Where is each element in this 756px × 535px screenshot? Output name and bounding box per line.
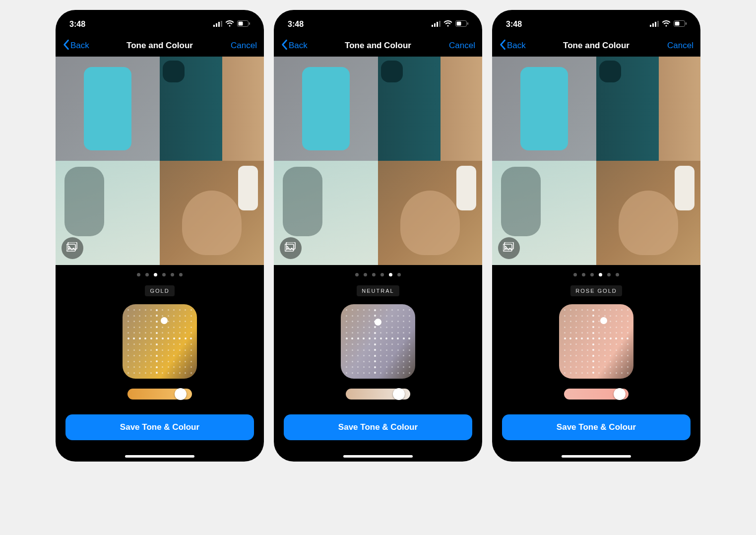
svg-rect-23 [657, 21, 659, 27]
back-label: Back [289, 41, 308, 51]
svg-rect-25 [675, 22, 680, 26]
photos-icon [285, 242, 297, 254]
save-button[interactable]: Save Tone & Colour [65, 414, 254, 440]
photos-icon [66, 242, 78, 254]
page-dot [355, 273, 359, 276]
svg-rect-15 [457, 22, 461, 26]
status-icons [432, 20, 468, 29]
cancel-button[interactable]: Cancel [449, 41, 475, 51]
tone-grid-cursor[interactable] [375, 319, 381, 326]
chevron-left-icon [499, 39, 507, 53]
page-title: Tone and Colour [126, 41, 193, 51]
svg-rect-13 [439, 21, 441, 27]
photo-picker-button[interactable] [498, 237, 520, 259]
wifi-icon [443, 20, 452, 29]
back-label: Back [70, 41, 89, 51]
preview-photo [378, 161, 482, 265]
intensity-slider[interactable] [564, 389, 629, 400]
svg-rect-0 [213, 25, 215, 27]
cancel-button[interactable]: Cancel [667, 41, 693, 51]
svg-rect-26 [686, 22, 687, 25]
svg-rect-22 [655, 22, 656, 27]
svg-rect-20 [650, 25, 651, 27]
svg-point-29 [505, 246, 506, 248]
page-dot [380, 273, 384, 276]
wifi-icon [225, 20, 234, 29]
battery-icon [455, 20, 468, 29]
page-dot [179, 273, 183, 276]
back-label: Back [507, 41, 526, 51]
preview-photo [160, 161, 264, 265]
status-time: 3:48 [506, 20, 522, 29]
photo-picker-button[interactable] [280, 237, 302, 259]
page-title: Tone and Colour [563, 41, 630, 51]
tone-grid-control[interactable] [123, 304, 197, 379]
page-dots [573, 271, 619, 285]
preview-photo [378, 57, 482, 161]
phone-screen: 3:48 Back Tone and Colour Cancel [492, 10, 700, 462]
back-button[interactable]: Back [499, 39, 526, 53]
back-button[interactable]: Back [63, 39, 89, 53]
status-time: 3:48 [69, 20, 85, 29]
page-dot [397, 273, 401, 276]
status-bar: 3:48 [56, 10, 264, 35]
preview-photo [596, 57, 700, 161]
page-dot [582, 273, 585, 276]
phone-screen: 3:48 Back Tone and Colour Cancel [274, 10, 482, 462]
back-button[interactable]: Back [281, 39, 308, 53]
preview-photo [274, 57, 378, 161]
tone-controls: ROSE GOLD Save Tone & Colour [492, 265, 700, 462]
intensity-slider[interactable] [346, 389, 410, 400]
page-dot [573, 273, 577, 276]
svg-point-9 [68, 246, 70, 248]
tone-grid-cursor[interactable] [600, 317, 607, 324]
tone-grid-control[interactable] [559, 304, 633, 379]
page-dot [154, 273, 157, 276]
preview-photo [56, 57, 160, 161]
photo-picker-button[interactable] [62, 237, 83, 259]
slider-thumb[interactable] [175, 388, 187, 400]
intensity-slider[interactable] [127, 389, 192, 400]
slider-thumb[interactable] [614, 388, 626, 400]
home-indicator[interactable] [562, 455, 631, 458]
svg-point-19 [287, 246, 288, 248]
page-dot [616, 273, 619, 276]
svg-rect-21 [652, 23, 654, 27]
page-dot [171, 273, 174, 276]
svg-rect-11 [434, 23, 436, 27]
tone-controls: GOLD Save Tone & Colour [56, 265, 264, 462]
page-dot [364, 273, 367, 276]
photo-preview-grid [56, 57, 264, 265]
save-label: Save Tone & Colour [120, 422, 199, 432]
tone-controls: NEUTRAL Save Tone & Colour [274, 265, 482, 462]
signal-icon [213, 20, 222, 29]
home-indicator[interactable] [343, 455, 413, 458]
tone-name-label: GOLD [145, 285, 174, 296]
save-button[interactable]: Save Tone & Colour [502, 414, 691, 440]
page-dots [355, 271, 401, 285]
home-indicator[interactable] [125, 455, 194, 458]
page-dot [599, 273, 602, 276]
tone-grid-control[interactable] [341, 304, 415, 379]
status-bar: 3:48 [274, 10, 482, 35]
nav-bar: Back Tone and Colour Cancel [492, 35, 700, 57]
preview-photo [160, 57, 264, 161]
page-dot [145, 273, 149, 276]
page-dot [372, 273, 376, 276]
page-dot [607, 273, 611, 276]
slider-thumb[interactable] [393, 388, 405, 400]
photo-preview-grid [274, 57, 482, 265]
cancel-button[interactable]: Cancel [231, 41, 257, 51]
page-title: Tone and Colour [345, 41, 411, 51]
chevron-left-icon [281, 39, 289, 53]
phone-screen: 3:48 Back Tone and Colour Cancel [56, 10, 264, 462]
page-dot [590, 273, 594, 276]
wifi-icon [662, 20, 671, 29]
svg-rect-12 [437, 22, 438, 27]
svg-rect-2 [218, 22, 220, 27]
photos-icon [503, 242, 515, 254]
svg-rect-1 [216, 23, 217, 27]
save-button[interactable]: Save Tone & Colour [284, 414, 472, 440]
tone-grid-cursor[interactable] [161, 317, 168, 324]
page-dots [137, 271, 183, 285]
